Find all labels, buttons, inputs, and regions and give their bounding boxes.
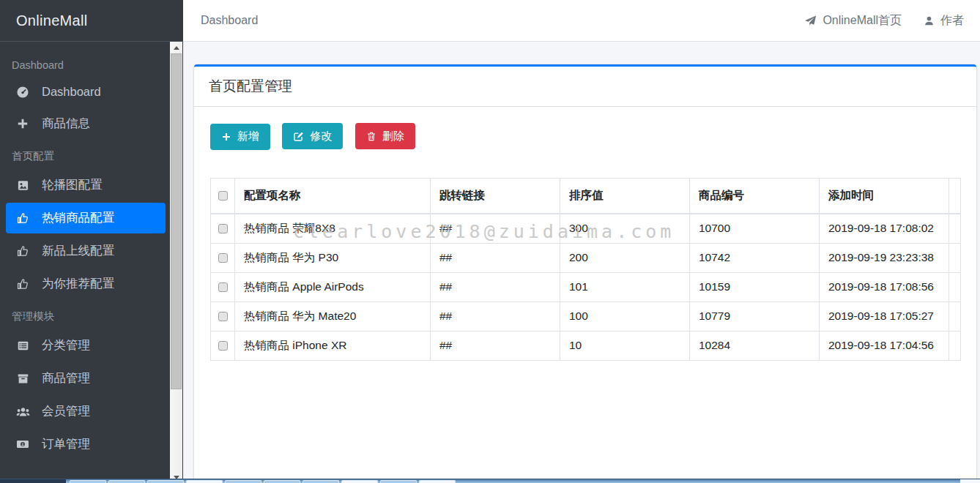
- column-header: 添加时间: [820, 178, 949, 214]
- row-select-cell: [211, 243, 235, 272]
- row-select-cell: [211, 302, 235, 331]
- cell-link: ##: [431, 302, 560, 331]
- sidebar-scrollbar[interactable]: [170, 42, 182, 483]
- cell-sort: 300: [560, 214, 690, 244]
- sidebar-item-label: 商品管理: [42, 370, 90, 386]
- table-row: 热销商品 华为 P30 ## 200 10742 2019-09-19 23:2…: [211, 243, 961, 272]
- column-header: 跳转链接: [431, 178, 560, 214]
- sidebar-section-header: 管理模块: [6, 302, 166, 330]
- taskbar-window-button[interactable]: [186, 480, 223, 483]
- row-checkbox[interactable]: [218, 224, 228, 233]
- taskbar-window-button[interactable]: [225, 480, 261, 483]
- row-checkbox[interactable]: [218, 282, 228, 292]
- cell-name: 热销商品 Apple AirPods: [235, 272, 431, 302]
- taskbar-window-button[interactable]: [380, 480, 417, 483]
- image-icon: [15, 179, 31, 192]
- sidebar-item-商品管理[interactable]: 商品管理: [6, 363, 166, 394]
- cell-time: 2019-09-18 17:08:56: [820, 272, 949, 302]
- header-link-onlinemall首页[interactable]: OnlineMall首页: [804, 13, 902, 29]
- select-all-checkbox[interactable]: [218, 191, 228, 201]
- cell-name: 热销商品 华为 Mate20: [235, 302, 431, 331]
- sidebar-section: 首页配置 轮播图配置 热销商品配置 新品上线配置 为你推荐配置: [6, 141, 166, 299]
- taskbar-start-segment[interactable]: [0, 479, 66, 483]
- sidebar-section: Dashboard Dashboard 商品信息: [6, 51, 166, 139]
- sidebar-item-热销商品配置[interactable]: 热销商品配置: [6, 203, 166, 233]
- taskbar-window-button[interactable]: [419, 480, 456, 483]
- scroll-up-icon[interactable]: [170, 42, 182, 53]
- select-all-cell: [211, 178, 235, 214]
- panel-body: 新增 修改 删除: [194, 107, 976, 377]
- cell-link: ##: [431, 243, 560, 272]
- cell-link: ##: [431, 214, 560, 244]
- breadcrumb: Dashboard: [201, 14, 258, 27]
- sidebar-item-dashboard[interactable]: Dashboard: [6, 78, 166, 106]
- row-checkbox[interactable]: [218, 312, 228, 321]
- sidebar-item-为你推荐配置[interactable]: 为你推荐配置: [6, 269, 166, 299]
- brand-logo[interactable]: OnlineMall: [0, 0, 183, 42]
- taskbar-window-button[interactable]: [341, 480, 378, 483]
- cell-empty: [949, 214, 961, 244]
- money-icon: [15, 438, 31, 450]
- app-window: OnlineMall Dashboard Dashboard 商品信息 首页配置…: [0, 0, 980, 483]
- cell-sort: 10: [560, 331, 690, 360]
- cell-sku: 10742: [690, 243, 820, 272]
- sidebar-item-会员管理[interactable]: 会员管理: [6, 396, 166, 427]
- cell-sort: 100: [560, 302, 690, 331]
- row-checkbox[interactable]: [218, 341, 228, 351]
- cell-link: ##: [431, 331, 560, 360]
- list-icon: [15, 340, 31, 352]
- scrollbar-thumb[interactable]: [171, 53, 182, 389]
- column-header: 商品编号: [690, 178, 820, 214]
- plus-icon: [15, 118, 31, 130]
- sidebar-item-label: Dashboard: [42, 85, 101, 99]
- table-row: 热销商品 iPhone XR ## 10 10284 2019-09-18 17…: [211, 331, 961, 360]
- taskbar-window-button[interactable]: [108, 480, 145, 483]
- sidebar-item-label: 分类管理: [42, 337, 90, 353]
- os-taskbar[interactable]: [0, 479, 980, 483]
- sidebar-item-轮播图配置[interactable]: 轮播图配置: [6, 170, 166, 201]
- row-select-cell: [211, 272, 235, 302]
- sidebar-item-新品上线配置[interactable]: 新品上线配置: [6, 236, 166, 266]
- sidebar-item-分类管理[interactable]: 分类管理: [6, 330, 166, 361]
- sidebar-section: 管理模块 分类管理 商品管理 会员管理 订单管理: [6, 302, 166, 460]
- cell-empty: [949, 302, 961, 331]
- taskbar-end-segment[interactable]: [960, 479, 980, 483]
- taskbar-window-button[interactable]: [302, 480, 339, 483]
- edit-button[interactable]: 修改: [282, 123, 343, 149]
- sidebar-item-label: 商品信息: [42, 116, 90, 132]
- sidebar-nav: Dashboard Dashboard 商品信息 首页配置 轮播图配置 热销商品…: [0, 42, 171, 460]
- config-panel: 首页配置管理 新增 修改 删除: [194, 64, 976, 483]
- cell-name: 热销商品 华为 P30: [235, 243, 431, 272]
- taskbar-window-button[interactable]: [147, 480, 184, 483]
- sidebar-section-header: 首页配置: [6, 141, 166, 170]
- add-button-label: 新增: [237, 130, 259, 143]
- box-icon: [15, 372, 31, 385]
- taskbar-window-button[interactable]: [70, 480, 106, 483]
- sidebar-item-label: 轮播图配置: [42, 177, 103, 193]
- cell-name: 热销商品 荣耀8X8: [235, 214, 431, 244]
- header-link-作者[interactable]: 作者: [924, 13, 964, 29]
- plus-icon: [221, 132, 231, 142]
- sidebar-item-label: 订单管理: [42, 436, 90, 452]
- sidebar-item-商品信息[interactable]: 商品信息: [6, 108, 166, 139]
- cell-empty: [949, 243, 961, 272]
- delete-button-label: 删除: [382, 130, 404, 143]
- cell-sort: 101: [560, 272, 690, 302]
- sidebar-item-订单管理[interactable]: 订单管理: [6, 429, 166, 460]
- cell-time: 2019-09-18 17:08:02: [820, 214, 949, 244]
- row-select-cell: [211, 214, 235, 244]
- row-checkbox[interactable]: [218, 253, 228, 263]
- header-link-label: 作者: [940, 13, 964, 29]
- pencil-square-icon: [293, 131, 304, 142]
- taskbar-window-button[interactable]: [264, 480, 300, 483]
- sidebar-item-label: 会员管理: [42, 403, 90, 419]
- cell-sku: 10779: [690, 302, 820, 331]
- cell-sku: 10284: [690, 331, 820, 360]
- add-button[interactable]: 新增: [210, 124, 270, 150]
- content-area: 首页配置管理 新增 修改 删除: [183, 42, 980, 483]
- edit-button-label: 修改: [310, 130, 332, 143]
- delete-button[interactable]: 删除: [355, 123, 415, 149]
- column-header: 配置项名称: [235, 178, 431, 214]
- row-select-cell: [211, 331, 235, 360]
- cell-time: 2019-09-18 17:05:27: [820, 302, 949, 331]
